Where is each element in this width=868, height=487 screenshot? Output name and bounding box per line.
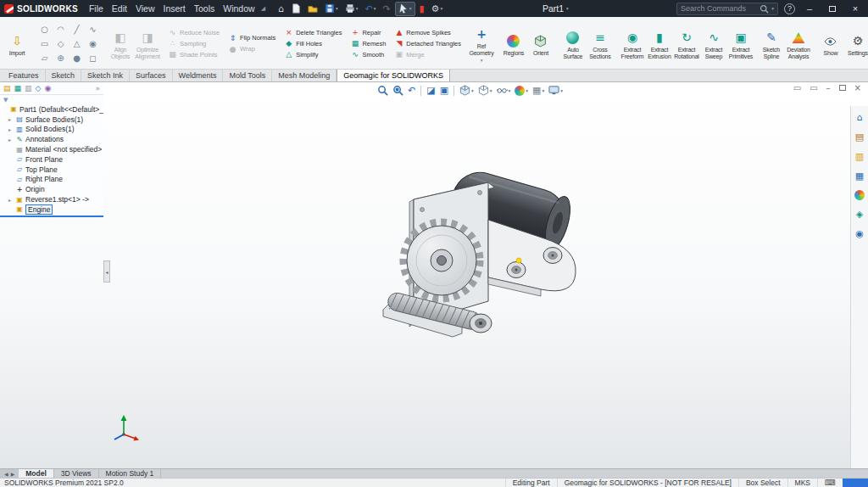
wrap-button[interactable]: ●Wrap	[228, 45, 275, 53]
align-objects-button[interactable]: ◧ Align Objects	[107, 27, 134, 60]
import-button[interactable]: ⇩ Import	[3, 31, 31, 57]
tab-mesh-modeling[interactable]: Mesh Modeling	[272, 70, 337, 81]
repair-button[interactable]: +Repair	[350, 28, 386, 36]
print-button[interactable]: ▾	[342, 2, 361, 16]
tab-sketch-ink[interactable]: Sketch Ink	[81, 70, 130, 81]
expand-arrow-icon[interactable]: ▸	[8, 137, 14, 143]
display-style-button[interactable]: ▾	[477, 84, 493, 97]
property-manager-tab-icon[interactable]: ▦	[14, 84, 22, 92]
design-tree-tab-icon[interactable]: ▤	[3, 84, 11, 92]
sampling-button[interactable]: ∴Sampling	[168, 39, 220, 48]
smooth-button[interactable]: ∿Smooth	[350, 50, 386, 59]
zoom-area-button[interactable]	[392, 84, 404, 97]
scroll-left-icon[interactable]: ◀	[4, 471, 8, 477]
previous-view-button[interactable]: ↶	[407, 84, 416, 97]
view-palette-icon[interactable]: ▦	[855, 171, 864, 182]
custom-properties-icon[interactable]: ◈	[856, 209, 863, 220]
primitive-shape-icon[interactable]: ○	[36, 22, 53, 36]
primitive-shape-icon[interactable]: ◉	[85, 36, 101, 51]
undo-button[interactable]: ↶▾	[363, 2, 379, 16]
menu-edit[interactable]: Edit	[108, 2, 131, 15]
primitive-shape-icon[interactable]: ▱	[36, 51, 53, 65]
design-library-icon[interactable]: ▤	[855, 132, 864, 143]
tree-item-annotations[interactable]: ▸ ✎ Annotations	[0, 134, 103, 144]
edit-appearance-button[interactable]: ▾	[514, 85, 529, 97]
filter-funnel-icon[interactable]: ▼	[3, 97, 8, 104]
tab-features[interactable]: Features	[3, 70, 46, 81]
apply-scene-button[interactable]: ▦▾	[531, 84, 545, 97]
expand-arrow-icon[interactable]: ▸	[8, 126, 14, 132]
menu-insert[interactable]: Insert	[159, 2, 189, 15]
section-view-button[interactable]: ◪	[426, 84, 436, 97]
remove-spikes-button[interactable]: ▲Remove Spikes	[394, 28, 461, 36]
primitive-shape-icon[interactable]: ◠	[53, 22, 69, 36]
expand-arrow-icon[interactable]: ▸	[8, 116, 14, 122]
menu-tools[interactable]: Tools	[190, 2, 220, 15]
tree-item-origin[interactable]: + Origin	[0, 184, 103, 194]
close-button[interactable]: ×	[847, 3, 864, 14]
primitive-shape-icon[interactable]: ╱	[69, 22, 85, 36]
maximize-button[interactable]	[824, 3, 841, 14]
merge-button[interactable]: ▣Merge	[394, 50, 461, 59]
flip-normals-button[interactable]: ⇕Flip Normals	[228, 34, 275, 42]
tree-item-right-plane[interactable]: ▱ Right Plane	[0, 175, 103, 185]
tree-item-material[interactable]: ▦ Material <not specified>	[0, 144, 103, 154]
auto-surface-button[interactable]: Auto Surface	[559, 27, 587, 60]
extract-primitives-button[interactable]: ▣ Extract Primitives	[727, 27, 754, 60]
tab-model[interactable]: Model	[19, 469, 54, 478]
minimize-button[interactable]: –	[801, 3, 818, 14]
help-icon[interactable]: ?	[784, 3, 795, 14]
file-explorer-icon[interactable]: ▥	[855, 151, 864, 162]
sketch-spline-button[interactable]: ✎ Sketch Spline	[758, 27, 785, 60]
fill-holes-button[interactable]: ◆Fill Holes	[284, 39, 342, 48]
tree-item-solid-bodies[interactable]: ▸ ▥ Solid Bodies(1)	[0, 125, 103, 135]
tree-item-part[interactable]: ▣ Part1 (Default<<Default>_Display Stat	[0, 104, 103, 115]
reduce-noise-button[interactable]: ∿Reduce Noise	[168, 28, 220, 36]
extract-rotational-button[interactable]: ↻ Extract Rotational	[673, 27, 700, 60]
new-document-button[interactable]	[288, 2, 303, 16]
primitive-shape-icon[interactable]: ◇	[53, 36, 69, 51]
primitive-shape-icon[interactable]: ∿	[85, 22, 101, 36]
view-settings-button[interactable]: ▾	[548, 84, 564, 97]
tab-3d-views[interactable]: 3D Views	[54, 469, 99, 478]
primitive-shape-icon[interactable]: △	[69, 36, 85, 51]
command-search[interactable]: ▾	[676, 3, 778, 15]
units-selector[interactable]: MKS	[787, 479, 817, 487]
tree-item-top-plane[interactable]: ▱ Top Plane	[0, 165, 103, 175]
doc-minimize-button[interactable]: –	[826, 83, 831, 92]
primitive-shape-icon[interactable]: ▭	[36, 36, 53, 51]
forum-icon[interactable]: ◉	[855, 228, 864, 239]
cross-sections-button[interactable]: ≡ Cross Sections	[587, 27, 614, 60]
document-title[interactable]: Part1 ▾	[542, 0, 569, 17]
tree-splitter-handle[interactable]: ◂	[103, 260, 110, 283]
shade-points-button[interactable]: ▩Shade Points	[168, 50, 220, 59]
simplify-button[interactable]: △Simplify	[284, 50, 342, 59]
home-button[interactable]: ⌂	[275, 2, 287, 16]
primitive-shape-icon[interactable]: ⊕	[53, 51, 69, 65]
selection-mode-text[interactable]: Box Select	[738, 479, 787, 487]
options-button[interactable]: ⚙▾	[429, 2, 446, 16]
save-button[interactable]: ▾	[322, 2, 341, 16]
hide-show-items-button[interactable]: ▾	[496, 84, 512, 97]
delete-triangles-button[interactable]: ×Delete Triangles	[284, 28, 342, 36]
open-button[interactable]	[305, 2, 320, 16]
select-tool-button[interactable]: ▾	[395, 2, 415, 16]
status-corner-tag[interactable]	[843, 479, 868, 487]
collapse-ribbon-icon[interactable]: ^	[857, 37, 864, 47]
display-manager-tab-icon[interactable]: ◉	[44, 84, 51, 92]
extract-freeform-button[interactable]: ◉ Extract Freeform	[619, 27, 646, 60]
menu-view[interactable]: View	[131, 2, 159, 15]
model-3d-view[interactable]	[0, 82, 868, 468]
zoom-to-fit-button[interactable]	[376, 84, 389, 97]
optimize-alignment-button[interactable]: ◨ Optimize Alignment	[134, 27, 161, 60]
remesh-button[interactable]: ▦Remesh	[350, 39, 386, 48]
tab-weldments[interactable]: Weldments	[173, 70, 224, 81]
tab-surfaces[interactable]: Surfaces	[130, 70, 173, 81]
graphics-area[interactable]: ↶ ◪ ▣ ▾ ▾ ▾ ▾ ▦▾ ▾ ▭ ▭ – × ▤ ▦ ▥ ◇	[0, 82, 868, 468]
view-orientation-button[interactable]: ▾	[459, 84, 475, 97]
show-button[interactable]: Show	[817, 31, 844, 57]
tree-item-surface-bodies[interactable]: ▸ ▤ Surface Bodies(1)	[0, 115, 103, 125]
configuration-manager-tab-icon[interactable]: ▥	[25, 84, 32, 92]
dynamic-annotation-views-button[interactable]: ▣	[439, 84, 449, 97]
primitive-shape-icon[interactable]: ◻	[85, 51, 101, 65]
